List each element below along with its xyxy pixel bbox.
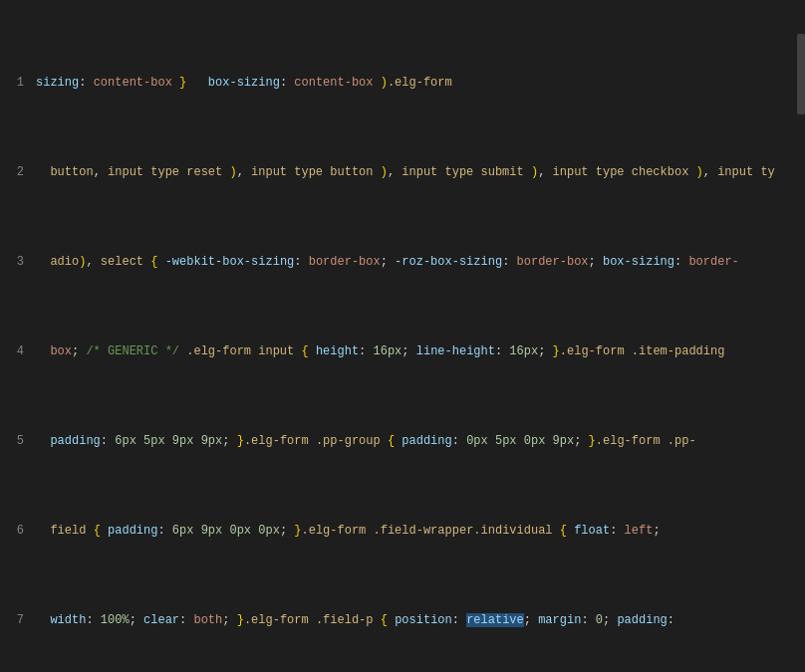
line-number-3: 3: [0, 253, 36, 271]
line-7: 7 width: 100%; clear: both; }.elg-form .…: [0, 611, 805, 629]
line-text-6: field { padding: 6px 9px 0px 0px; }.elg-…: [36, 522, 801, 540]
line-3: 3 adio), select { -webkit-box-sizing: bo…: [0, 253, 805, 271]
line-4: 4 box; /* GENERIC */ .elg-form input { h…: [0, 342, 805, 360]
line-text-3: adio), select { -webkit-box-sizing: bord…: [36, 253, 801, 271]
line-text-5: padding: 6px 5px 9px 9px; }.elg-form .pp…: [36, 432, 801, 450]
line-number-5: 5: [0, 432, 36, 450]
line-number-7: 7: [0, 611, 36, 629]
line-number-2: 2: [0, 163, 36, 181]
line-text-7: width: 100%; clear: both; }.elg-form .fi…: [36, 611, 801, 629]
line-text-4: box; /* GENERIC */ .elg-form input { hei…: [36, 342, 801, 360]
line-number-4: 4: [0, 342, 36, 360]
line-1: 1 sizing: content-box } box-sizing: cont…: [0, 74, 805, 92]
line-text-1: sizing: content-box } box-sizing: conten…: [36, 74, 801, 92]
line-number-1: 1: [0, 74, 36, 92]
line-2: 2 button, input type reset ), input type…: [0, 163, 805, 181]
scrollbar[interactable]: [795, 0, 805, 672]
scrollbar-thumb[interactable]: [797, 34, 805, 114]
code-content: 1 sizing: content-box } box-sizing: cont…: [0, 0, 805, 672]
line-text-2: button, input type reset ), input type b…: [36, 163, 801, 181]
line-6: 6 field { padding: 6px 9px 0px 0px; }.el…: [0, 522, 805, 540]
line-number-6: 6: [0, 522, 36, 540]
line-5: 5 padding: 6px 5px 9px 9px; }.elg-form .…: [0, 432, 805, 450]
code-editor: 1 sizing: content-box } box-sizing: cont…: [0, 0, 805, 672]
